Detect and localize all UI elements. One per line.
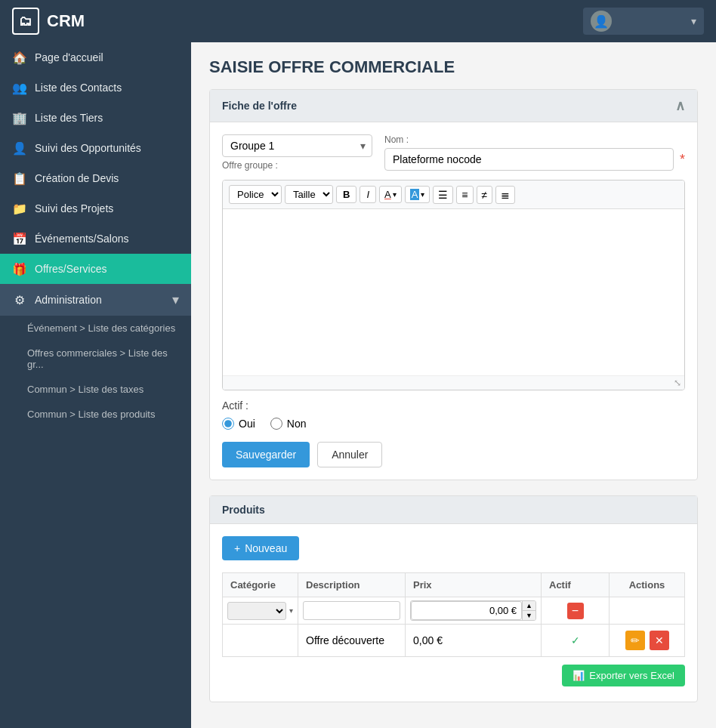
bg-color-btn[interactable]: A ▾ (405, 186, 431, 203)
sidebar-item-evenements[interactable]: 📅 Événements/Salons (0, 224, 191, 254)
actif-non-option[interactable]: Non (270, 418, 307, 430)
opportunites-icon: 👤 (12, 140, 27, 156)
filter-prix-cell: ▲ ▼ (406, 597, 542, 625)
admin-expand-icon: ▾ (172, 292, 179, 308)
produits-card: Produits + Nouveau Catégorie Description… (209, 495, 698, 702)
row-actif: ✓ (542, 625, 610, 657)
actif-non-radio[interactable] (270, 418, 282, 430)
produits-body: + Nouveau Catégorie Description Prix Act… (210, 524, 697, 702)
nom-group: Nom : * (384, 134, 685, 171)
sidebar-item-tiers-label: Liste des Tiers (35, 112, 103, 124)
actif-minus-cell: − (546, 603, 604, 619)
actif-radio-group: Oui Non (222, 418, 685, 430)
row-prix: 0,00 € (406, 625, 542, 657)
row-delete-btn[interactable]: ✕ (650, 631, 669, 650)
form-row-offre-nom: Groupe 1 Groupe 2 Groupe 3 ▾ Offre group… (222, 134, 685, 171)
form-buttons: Sauvegarder Annuler (222, 442, 685, 467)
sidebar-sub-offres-groupes[interactable]: Offres commerciales > Liste des gr... (0, 341, 191, 377)
fiche-card: Fiche de l'offre ∧ Groupe 1 Groupe 2 Gro… (209, 89, 698, 480)
filter-categorie-select[interactable] (227, 602, 286, 620)
filter-description-cell (298, 597, 406, 625)
nom-label: Nom : (384, 134, 685, 145)
actif-label: Actif : (222, 399, 685, 412)
brand: 🗂 CRM (12, 8, 583, 35)
actif-minus-btn[interactable]: − (567, 603, 584, 619)
sidebar-item-opportunites[interactable]: 👤 Suivi des Opportunités (0, 133, 191, 163)
prix-stepper-btns: ▲ ▼ (522, 601, 535, 620)
align-right-btn[interactable]: ≠ (477, 186, 493, 204)
filter-categorie-select-wrapper: ▾ (227, 602, 293, 620)
sidebar-item-devis-label: Création de Devis (35, 172, 119, 184)
filter-categorie-cell: ▾ (223, 597, 298, 625)
bg-color-label: A (410, 189, 420, 200)
actif-oui-label: Oui (239, 418, 255, 430)
filter-actif-cell: − (542, 597, 610, 625)
sidebar-item-devis[interactable]: 📋 Création de Devis (0, 163, 191, 193)
th-description: Description (298, 573, 406, 597)
sidebar-item-offres-label: Offres/Services (35, 263, 106, 275)
admin-icon: ⚙ (12, 292, 27, 307)
offre-groupe-group: Groupe 1 Groupe 2 Groupe 3 ▾ Offre group… (222, 134, 372, 171)
projets-icon: 📁 (12, 201, 27, 216)
bg-color-dropdown: ▾ (421, 190, 424, 199)
nom-required-star: * (680, 152, 685, 168)
produits-table: Catégorie Description Prix Actif Actions (222, 572, 685, 657)
sidebar-sub-cat-events[interactable]: Événement > Liste des catégories (0, 316, 191, 341)
sidebar-item-contacts[interactable]: 👥 Liste des Contacts (0, 72, 191, 103)
annuler-button[interactable]: Annuler (317, 442, 382, 467)
align-center-btn[interactable]: ≡ (456, 186, 473, 204)
brand-icon: 🗂 (12, 8, 39, 35)
font-select[interactable]: Police (229, 185, 282, 204)
produits-header: Produits (210, 496, 697, 524)
prix-stepper-down[interactable]: ▼ (522, 611, 535, 620)
align-justify-btn[interactable]: ≣ (495, 186, 515, 204)
sidebar: 🏠 Page d'accueil 👥 Liste des Contacts 🏢 … (0, 42, 191, 728)
italic-btn[interactable]: I (360, 186, 376, 203)
prix-stepper-up[interactable]: ▲ (522, 601, 535, 611)
export-label: Exporter vers Excel (589, 670, 674, 681)
editor-area[interactable] (223, 209, 684, 375)
user-dropdown-arrow: ▾ (691, 15, 696, 27)
th-prix: Prix (406, 573, 542, 597)
text-color-dropdown: ▾ (393, 190, 397, 199)
actif-oui-option[interactable]: Oui (222, 418, 255, 430)
prix-stepper: ▲ ▼ (410, 600, 536, 621)
th-actions: Actions (610, 573, 685, 597)
page-title: SAISIE OFFRE COMMERCIALE (209, 57, 698, 77)
row-edit-btn[interactable]: ✏ (625, 631, 645, 650)
sidebar-admin[interactable]: ⚙ Administration ▾ (0, 284, 191, 316)
fiche-card-header: Fiche de l'offre ∧ (210, 90, 697, 122)
sauvegarder-button[interactable]: Sauvegarder (222, 442, 310, 467)
row-description: Offre découverte (298, 625, 406, 657)
bold-btn[interactable]: B (336, 186, 356, 203)
offre-groupe-select[interactable]: Groupe 1 Groupe 2 Groupe 3 (223, 135, 372, 156)
nouveau-button[interactable]: + Nouveau (222, 536, 299, 560)
prix-stepper-input[interactable] (411, 601, 522, 620)
sidebar-item-home[interactable]: 🏠 Page d'accueil (0, 42, 191, 72)
sidebar-item-projets[interactable]: 📁 Suivi des Projets (0, 193, 191, 224)
editor-resize-handle[interactable]: ⤡ (223, 375, 684, 390)
export-row: 📊 Exporter vers Excel (222, 657, 685, 689)
sidebar-sub-produits-list[interactable]: Commun > Liste des produits (0, 402, 191, 427)
align-left-btn[interactable]: ☰ (433, 186, 453, 204)
export-excel-btn[interactable]: 📊 Exporter vers Excel (562, 665, 685, 686)
row-actions: ✏ ✕ (610, 625, 685, 657)
sidebar-item-tiers[interactable]: 🏢 Liste des Tiers (0, 103, 191, 133)
taille-select[interactable]: Taille (285, 185, 333, 204)
fiche-collapse-btn[interactable]: ∧ (675, 97, 685, 114)
nouveau-plus-icon: + (234, 542, 240, 554)
navbar: 🗂 CRM 👤 ▾ (0, 0, 716, 42)
sidebar-item-projets-label: Suivi des Projets (35, 202, 113, 214)
actif-oui-radio[interactable] (222, 418, 234, 430)
actif-non-label: Non (287, 418, 307, 430)
user-menu[interactable]: 👤 ▾ (583, 8, 704, 35)
th-categorie: Catégorie (223, 573, 298, 597)
filter-description-input[interactable] (303, 601, 400, 620)
sidebar-item-offres[interactable]: 🎁 Offres/Services (0, 254, 191, 284)
nom-input[interactable] (384, 148, 674, 171)
row-categorie (223, 625, 298, 657)
fiche-header-title: Fiche de l'offre (222, 100, 297, 112)
sidebar-sub-taxes[interactable]: Commun > Liste des taxes (0, 377, 191, 402)
offres-icon: 🎁 (12, 261, 27, 276)
text-color-btn[interactable]: A ▾ (379, 186, 402, 203)
